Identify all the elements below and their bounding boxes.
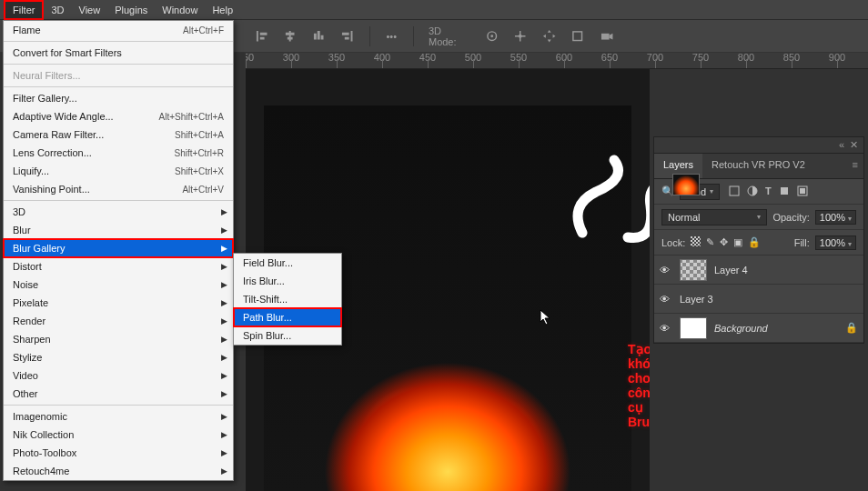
menu-item[interactable]: Filter Gallery... — [4, 89, 233, 107]
submenu-item-label: Tilt-Shift... — [243, 294, 288, 305]
menu-item[interactable]: Pixelate▶ — [4, 294, 233, 312]
menu-item[interactable]: Blur▶ — [4, 221, 233, 239]
filter-adjust-icon[interactable] — [747, 185, 758, 198]
submenu-item[interactable]: Tilt-Shift... — [234, 290, 341, 308]
menu-item[interactable]: Video▶ — [4, 366, 233, 385]
menu-filter[interactable]: Filter — [4, 0, 44, 20]
fill-value[interactable]: 100% ▾ — [815, 235, 856, 250]
menu-item[interactable]: Noise▶ — [4, 276, 233, 294]
submenu-item[interactable]: Spin Blur... — [234, 326, 341, 345]
menu-item[interactable]: Sharpen▶ — [4, 330, 233, 348]
menu-item[interactable]: Retouch4me▶ — [4, 462, 233, 480]
separator — [4, 86, 233, 87]
opacity-value[interactable]: 100% ▾ — [815, 210, 856, 225]
tab-retouch[interactable]: Retouch VR PRO V2 — [702, 154, 814, 178]
menu-item[interactable]: Other▶ — [4, 385, 233, 403]
lock-move-icon[interactable]: ✥ — [720, 236, 728, 248]
menu-item[interactable]: Vanishing Point...Alt+Ctrl+V — [4, 180, 233, 198]
menu-item[interactable]: Render▶ — [4, 312, 233, 330]
close-icon[interactable]: ✕ — [850, 139, 858, 151]
filter-pixel-icon[interactable] — [729, 185, 740, 198]
chevron-right-icon: ▶ — [221, 316, 227, 326]
visibility-icon[interactable]: 👁 — [660, 294, 672, 305]
move-icon[interactable] — [542, 29, 556, 44]
menu-item-label: Imagenomic — [13, 411, 67, 422]
menu-item[interactable]: Liquify...Shift+Ctrl+X — [4, 162, 233, 180]
orbit-icon[interactable] — [485, 29, 499, 44]
layer-row[interactable]: 👁Layer 3 — [654, 285, 863, 314]
fill-label: Fill: — [794, 237, 810, 248]
menu-item-label: Video — [13, 370, 38, 381]
submenu-item[interactable]: Field Blur... — [234, 254, 341, 272]
menu-item[interactable]: 3D▶ — [4, 203, 233, 221]
menu-item-label: Other — [13, 388, 38, 399]
menu-window[interactable]: Window — [155, 2, 205, 18]
svg-rect-14 — [691, 236, 701, 246]
visibility-icon[interactable]: 👁 — [660, 323, 672, 334]
menu-item-label: Liquify... — [13, 165, 49, 176]
blur-gallery-submenu: Field Blur...Iris Blur...Tilt-Shift...Pa… — [233, 253, 342, 346]
shortcut: Alt+Ctrl+V — [182, 185, 224, 195]
svg-point-2 — [519, 35, 522, 38]
menu-item[interactable]: Blur Gallery▶ — [4, 239, 233, 257]
layer-row[interactable]: 👁Background🔒 — [654, 314, 863, 343]
menu-item-label: Flame — [13, 25, 41, 35]
scale-icon[interactable] — [570, 29, 584, 44]
layers-list: 👁Layer 4👁Layer 3👁Background🔒 — [654, 256, 863, 343]
menu-item[interactable]: Nik Collection▶ — [4, 426, 233, 444]
menu-item-label: Sharpen — [13, 334, 51, 345]
menu-item-label: Render — [13, 316, 45, 326]
menu-item-label: Stylize — [13, 352, 42, 363]
filter-menu: FlameAlt+Ctrl+FConvert for Smart Filters… — [3, 20, 234, 481]
menu-help[interactable]: Help — [205, 2, 240, 18]
menu-view[interactable]: View — [72, 2, 108, 18]
layer-row[interactable]: 👁Layer 4 — [654, 256, 863, 285]
chevron-right-icon: ▶ — [221, 448, 227, 457]
camera-icon[interactable] — [600, 29, 613, 44]
menu-item[interactable]: Photo-Toolbox▶ — [4, 444, 233, 462]
menu-item[interactable]: Convert for Smart Filters — [4, 44, 233, 62]
lock-trans-icon[interactable] — [691, 236, 701, 248]
align-bar-icon[interactable] — [312, 29, 326, 44]
submenu-item[interactable]: Iris Blur... — [234, 272, 341, 290]
lock-artboard-icon[interactable]: ▣ — [733, 236, 742, 248]
menu-3d[interactable]: 3D — [44, 2, 71, 18]
menu-item[interactable]: Adaptive Wide Angle...Alt+Shift+Ctrl+A — [4, 107, 233, 125]
pan-icon[interactable] — [513, 29, 527, 44]
svg-rect-4 — [601, 34, 609, 40]
menu-item-label: Photo-Toolbox — [13, 447, 76, 458]
panel-menu-icon[interactable]: ≡ — [847, 154, 863, 178]
lock-brush-icon[interactable]: ✎ — [706, 236, 714, 248]
menu-item[interactable]: FlameAlt+Ctrl+F — [4, 21, 233, 39]
menu-item-label: Lens Correction... — [13, 147, 92, 158]
menubar: Filter 3D View Plugins Window Help — [0, 0, 868, 20]
chevron-right-icon: ▶ — [221, 430, 227, 439]
menu-item-label: Pixelate — [13, 297, 48, 308]
align-right-icon[interactable] — [340, 29, 354, 44]
menu-item[interactable]: Distort▶ — [4, 257, 233, 276]
menu-item[interactable]: Imagenomic▶ — [4, 407, 233, 426]
menu-item[interactable]: Stylize▶ — [4, 348, 233, 366]
filter-smart-icon[interactable] — [797, 185, 808, 198]
filter-shape-icon[interactable] — [779, 185, 790, 198]
menu-plugins[interactable]: Plugins — [107, 2, 155, 18]
lock-all-icon[interactable]: 🔒 — [748, 236, 761, 248]
lock-label: Lock: — [661, 237, 685, 248]
layer-thumbnail — [680, 259, 707, 281]
svg-rect-3 — [573, 32, 582, 41]
layer-name: Layer 3 — [680, 294, 713, 305]
align-center-icon[interactable] — [283, 29, 297, 44]
align-left-icon[interactable] — [255, 29, 268, 44]
menu-item: Neural Filters... — [4, 66, 233, 85]
menu-item[interactable]: Camera Raw Filter...Shift+Ctrl+A — [4, 125, 233, 144]
visibility-icon[interactable]: 👁 — [660, 265, 672, 276]
filter-type-icon[interactable]: T — [765, 185, 772, 198]
separator — [369, 26, 370, 46]
chevron-left-icon[interactable]: « — [839, 139, 844, 151]
lock-row: Lock: ✎ ✥ ▣ 🔒 Fill: 100% ▾ — [654, 230, 863, 256]
menu-item[interactable]: Lens Correction...Shift+Ctrl+R — [4, 144, 233, 162]
blend-mode-select[interactable]: Normal▾ — [661, 209, 767, 225]
more-icon[interactable]: ••• — [385, 29, 399, 44]
menu-item-label: Convert for Smart Filters — [13, 47, 122, 58]
submenu-item[interactable]: Path Blur... — [234, 308, 341, 326]
